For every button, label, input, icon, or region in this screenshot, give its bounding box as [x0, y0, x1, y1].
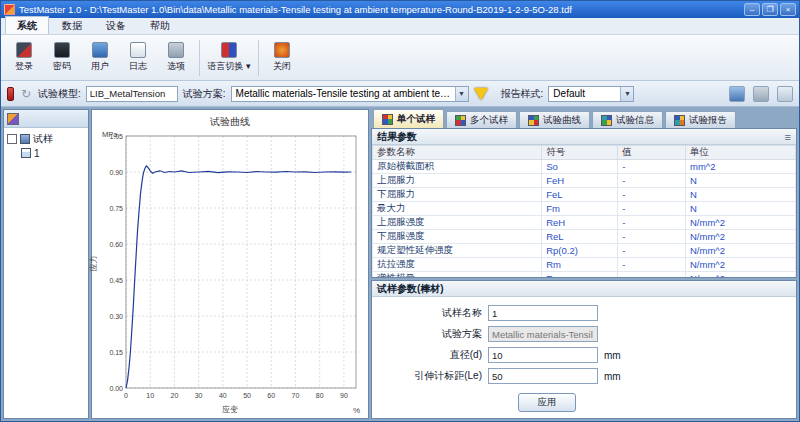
svg-text:30: 30 [195, 392, 203, 399]
specimen-tree-panel: 试样 1 [3, 109, 89, 419]
svg-text:50: 50 [243, 392, 251, 399]
svg-text:1.05: 1.05 [109, 133, 123, 140]
table-header-row: 参数名称 符号 值 单位 [373, 146, 796, 160]
close-button[interactable]: × [780, 3, 796, 16]
specimen-name-input[interactable] [488, 305, 598, 321]
tab-test-curve[interactable]: 试验曲线 [519, 111, 590, 128]
calibration-icon[interactable] [777, 86, 793, 102]
table-row[interactable]: 原始横截面积 So - mm^2 [373, 160, 796, 174]
app-window: TestMaster 1.0 - D:\TestMaster 1.0\Bin\d… [0, 0, 800, 422]
report-style-label: 报告样式: [501, 87, 544, 101]
result-panel-title: 结果参数 [377, 130, 417, 144]
tab-test-report[interactable]: 试验报告 [665, 111, 736, 128]
options-button[interactable]: 选项 [158, 38, 194, 77]
grid-icon [455, 115, 466, 126]
window-title: TestMaster 1.0 - D:\TestMaster 1.0\Bin\d… [19, 4, 740, 15]
tree-node-specimen-1[interactable]: 1 [7, 146, 85, 160]
test-setup-toolbar: ↻ 试验模型: 试验方案: Metallic materials-Tensile… [1, 81, 799, 107]
login-icon [16, 42, 32, 58]
gear-icon[interactable] [753, 86, 769, 102]
user-icon [92, 42, 108, 58]
checkbox[interactable] [7, 134, 17, 144]
specimen-tree: 试样 1 [4, 128, 88, 164]
report-style-dropdown[interactable]: Default ▼ [548, 86, 634, 102]
table-row[interactable]: 弹性模量 E - N/mm^2 [373, 272, 796, 278]
close-app-icon [274, 42, 290, 58]
connection-status-icon [7, 87, 14, 101]
table-row[interactable]: 规定塑性延伸强度 Rp(0.2) - N/mm^2 [373, 244, 796, 258]
chevron-down-icon: ▾ [246, 61, 251, 71]
scheme-label: 试验方案: [183, 87, 226, 101]
table-row[interactable]: 上屈服力 FeH - N [373, 174, 796, 188]
password-icon [54, 42, 70, 58]
table-row[interactable]: 下屈服强度 ReL - N/mm^2 [373, 230, 796, 244]
menu-data[interactable]: 数据 [51, 17, 93, 34]
warning-icon [474, 88, 488, 100]
svg-text:0.30: 0.30 [109, 313, 123, 320]
tab-single-specimen[interactable]: 单个试样 [373, 109, 444, 128]
specimen-icon [20, 134, 30, 144]
menu-device[interactable]: 设备 [95, 17, 137, 34]
table-row[interactable]: 下屈服力 FeL - N [373, 188, 796, 202]
grid-icon [601, 115, 612, 126]
gauge-length-input[interactable] [488, 368, 598, 384]
grid-icon [382, 114, 393, 125]
specimen-view-icon[interactable] [7, 113, 19, 125]
table-row[interactable]: 抗拉强度 Rm - N/mm^2 [373, 258, 796, 272]
maximize-button[interactable]: ❐ [762, 3, 778, 16]
curve-icon [21, 148, 31, 158]
machine-icon[interactable] [729, 86, 745, 102]
specimen-panel-header: 试样参数(棒材) [372, 281, 796, 297]
svg-text:0.45: 0.45 [109, 277, 123, 284]
apply-button[interactable]: 应用 [518, 393, 576, 412]
menu-bar: 系统 数据 设备 帮助 [1, 18, 799, 35]
minimize-button[interactable]: – [744, 3, 760, 16]
model-input[interactable] [86, 86, 178, 102]
menu-system[interactable]: 系统 [5, 16, 49, 34]
model-label: 试验模型: [38, 87, 81, 101]
menu-icon[interactable]: ≡ [785, 131, 791, 143]
table-row[interactable]: 最大力 Fm - N [373, 202, 796, 216]
diameter-label: 直径(d) [390, 348, 482, 362]
login-button[interactable]: 登录 [6, 38, 42, 77]
tab-test-info[interactable]: 试验信息 [592, 111, 663, 128]
svg-text:0: 0 [124, 392, 128, 399]
main-content: 试样 1 试验曲线 MPa 应力 0.000.150.300.450.600.7… [1, 107, 799, 421]
table-row[interactable]: 上屈服强度 ReH - N/mm^2 [373, 216, 796, 230]
ribbon-separator [258, 40, 259, 76]
test-scheme-input [488, 326, 598, 342]
x-axis-label: 应变 [92, 404, 368, 415]
grid-icon [528, 115, 539, 126]
log-button[interactable]: 日志 [120, 38, 156, 77]
tab-multi-specimen[interactable]: 多个试样 [446, 111, 517, 128]
tree-node-specimen[interactable]: 试样 [7, 132, 85, 146]
test-scheme-label: 试验方案 [390, 327, 482, 341]
specimen-panel-title: 试样参数(棒材) [377, 282, 444, 296]
password-button[interactable]: 密码 [44, 38, 80, 77]
x-axis-unit: % [353, 406, 360, 415]
svg-text:0.00: 0.00 [109, 385, 123, 392]
menu-help[interactable]: 帮助 [139, 17, 181, 34]
gauge-length-label: 引伸计标距(Le) [390, 369, 482, 383]
svg-text:70: 70 [292, 392, 300, 399]
language-switch-button[interactable]: 语言切换 ▾ [205, 38, 253, 77]
svg-text:60: 60 [267, 392, 275, 399]
svg-text:0.90: 0.90 [109, 169, 123, 176]
options-icon [168, 42, 184, 58]
specimen-parameters-panel: 试样参数(棒材) 试样名称 试验方案 直径(d) [371, 280, 797, 419]
close-app-button[interactable]: 关闭 [264, 38, 300, 77]
scheme-dropdown[interactable]: Metallic materials-Tensile testing at am… [231, 86, 469, 102]
test-curve-chart: 试验曲线 MPa 应力 0.000.150.300.450.600.750.90… [91, 109, 369, 419]
svg-text:10: 10 [146, 392, 154, 399]
result-panel-header: 结果参数 ≡ [372, 129, 796, 145]
log-icon [130, 42, 146, 58]
svg-text:0.75: 0.75 [109, 205, 123, 212]
tree-panel-header [4, 110, 88, 128]
title-bar: TestMaster 1.0 - D:\TestMaster 1.0\Bin\d… [1, 1, 799, 18]
diameter-input[interactable] [488, 347, 598, 363]
result-tabs: 单个试样 多个试样 试验曲线 试验信息 试验报告 [371, 109, 797, 128]
refresh-icon[interactable]: ↻ [19, 87, 33, 101]
chevron-down-icon: ▼ [620, 87, 633, 101]
user-button[interactable]: 用户 [82, 38, 118, 77]
svg-text:40: 40 [219, 392, 227, 399]
